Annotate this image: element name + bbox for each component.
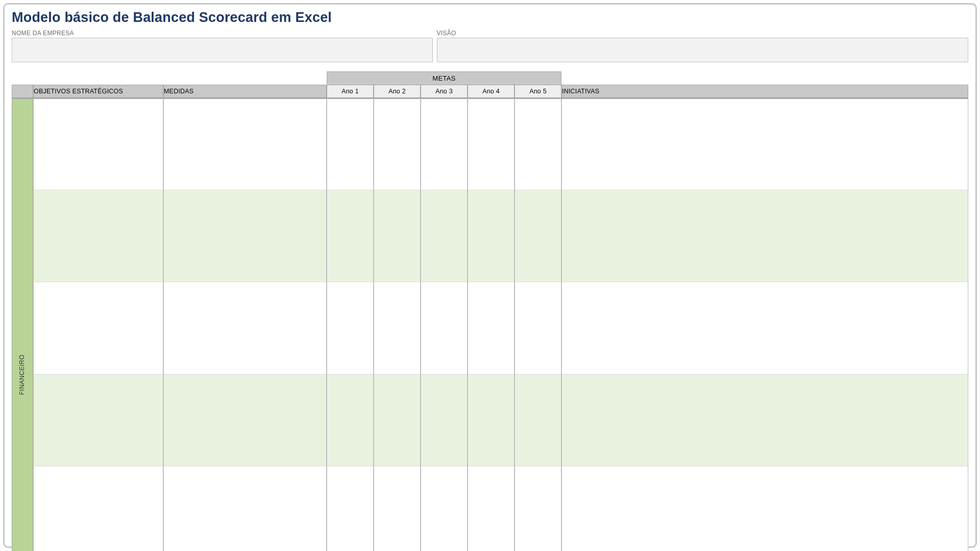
cell-initiative[interactable] bbox=[561, 98, 968, 190]
column-year-1: Ano 1 bbox=[327, 85, 374, 98]
cell-year-3[interactable] bbox=[421, 466, 468, 551]
cell-objective[interactable] bbox=[33, 374, 163, 467]
cell-year-1[interactable] bbox=[327, 466, 374, 551]
column-measures: MEDIDAS bbox=[163, 85, 327, 98]
cell-measure[interactable] bbox=[163, 374, 327, 467]
cell-year-4[interactable] bbox=[468, 374, 514, 467]
cell-year-2[interactable] bbox=[374, 98, 421, 190]
cell-objective[interactable] bbox=[33, 190, 163, 283]
cell-year-5[interactable] bbox=[514, 98, 561, 190]
column-year-2: Ano 2 bbox=[374, 85, 421, 98]
perspective-label: FINANCEIRO bbox=[12, 99, 33, 551]
cell-year-4[interactable] bbox=[468, 466, 514, 551]
cell-initiative[interactable] bbox=[561, 374, 968, 467]
cell-year-3[interactable] bbox=[421, 282, 468, 374]
perspective-fin: FINANCEIRO bbox=[12, 98, 33, 551]
cell-year-3[interactable] bbox=[421, 190, 468, 283]
cell-year-2[interactable] bbox=[374, 374, 421, 467]
scorecard-frame: Modelo básico de Balanced Scorecard em E… bbox=[3, 3, 977, 548]
scorecard-table: METASOBJETIVOS ESTRATÉGICOSMEDIDASAno 1A… bbox=[12, 71, 968, 551]
vision-input[interactable] bbox=[437, 38, 968, 62]
cell-objective[interactable] bbox=[33, 282, 163, 374]
cell-measure[interactable] bbox=[163, 466, 327, 551]
cell-measure[interactable] bbox=[163, 98, 327, 190]
column-group-targets: METAS bbox=[327, 71, 561, 85]
cell-initiative[interactable] bbox=[561, 190, 968, 283]
cell-measure[interactable] bbox=[163, 282, 327, 374]
column-objectives: OBJETIVOS ESTRATÉGICOS bbox=[33, 85, 163, 98]
cell-initiative[interactable] bbox=[561, 466, 968, 551]
vision-label: VISÃO bbox=[437, 30, 968, 37]
company-input[interactable] bbox=[12, 38, 433, 62]
cell-year-1[interactable] bbox=[327, 374, 374, 467]
cell-year-5[interactable] bbox=[514, 282, 561, 374]
cell-year-5[interactable] bbox=[514, 374, 561, 467]
cell-objective[interactable] bbox=[33, 98, 163, 190]
cell-year-5[interactable] bbox=[514, 466, 561, 551]
cell-year-2[interactable] bbox=[374, 190, 421, 283]
column-perspective bbox=[12, 85, 33, 98]
cell-objective[interactable] bbox=[33, 466, 163, 551]
column-year-4: Ano 4 bbox=[468, 85, 514, 98]
column-year-5: Ano 5 bbox=[514, 85, 561, 98]
cell-year-4[interactable] bbox=[468, 282, 514, 374]
cell-year-1[interactable] bbox=[327, 282, 374, 374]
cell-year-3[interactable] bbox=[421, 98, 468, 190]
cell-initiative[interactable] bbox=[561, 282, 968, 374]
column-initiatives: INICIATIVAS bbox=[561, 85, 968, 98]
cell-year-1[interactable] bbox=[327, 190, 374, 283]
cell-year-1[interactable] bbox=[327, 98, 374, 190]
form-row: NOME DA EMPRESA VISÃO bbox=[12, 30, 968, 62]
cell-year-2[interactable] bbox=[374, 282, 421, 374]
column-year-3: Ano 3 bbox=[421, 85, 468, 98]
company-label: NOME DA EMPRESA bbox=[12, 30, 433, 37]
cell-measure[interactable] bbox=[163, 190, 327, 283]
cell-year-2[interactable] bbox=[374, 466, 421, 551]
vision-field-group: VISÃO bbox=[437, 30, 968, 62]
company-field-group: NOME DA EMPRESA bbox=[12, 30, 433, 62]
page-title: Modelo básico de Balanced Scorecard em E… bbox=[12, 10, 968, 26]
cell-year-4[interactable] bbox=[468, 190, 514, 283]
cell-year-5[interactable] bbox=[514, 190, 561, 283]
cell-year-4[interactable] bbox=[468, 98, 514, 190]
cell-year-3[interactable] bbox=[421, 374, 468, 467]
